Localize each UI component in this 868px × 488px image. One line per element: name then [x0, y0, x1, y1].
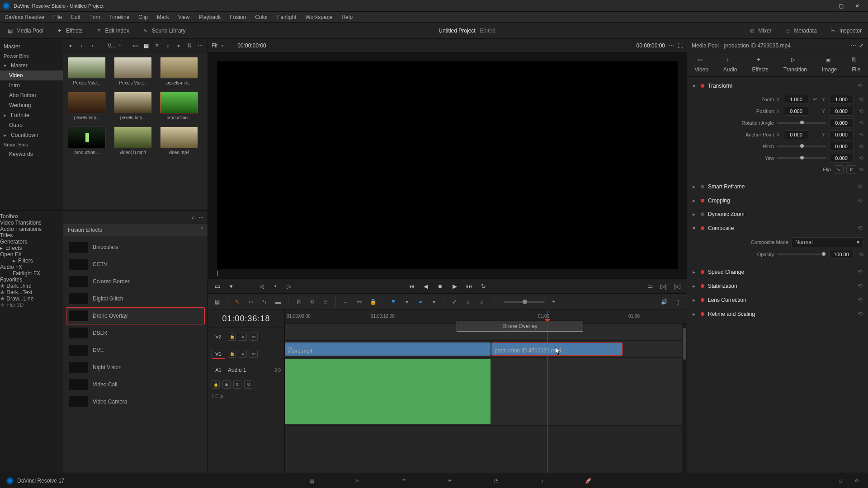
sec-composite[interactable]: ▾Composite⟲ [692, 222, 863, 234]
media-clip[interactable]: production... [68, 127, 106, 155]
in-frame-icon[interactable]: |◁ [672, 281, 682, 291]
maximize-button[interactable]: ▢ [833, 0, 849, 12]
menu-edit[interactable]: Edit [66, 12, 85, 22]
dynamic-trim-icon[interactable]: ⇆ [260, 297, 269, 306]
nav-fwd-icon[interactable]: › [89, 42, 96, 49]
sec-stab[interactable]: ▸Stabilization⟲ [692, 280, 863, 292]
fx-effects[interactable]: ▸Effects [0, 245, 63, 251]
toggle-mixer[interactable]: ⎚Mixer [745, 25, 774, 36]
viewer-expand-icon[interactable]: ⛶ [678, 42, 683, 49]
pos-x[interactable]: 0.000 [784, 107, 808, 116]
fx-openfx[interactable]: Open FX [0, 251, 63, 258]
playhead[interactable] [547, 310, 547, 473]
menu-davinci[interactable]: DaVinci Resolve [0, 12, 49, 22]
viewer-more-icon[interactable]: ⋯ [669, 42, 674, 49]
flag-icon[interactable]: ⚑ [389, 297, 398, 306]
fx-titles[interactable]: Titles [0, 232, 63, 239]
lock-icon[interactable]: 🔒 [228, 350, 236, 358]
bin-master[interactable]: Master [0, 42, 63, 52]
menu-timeline[interactable]: Timeline [104, 12, 134, 22]
arm-icon[interactable]: ◉ [222, 380, 231, 389]
drag-ghost-effect[interactable]: Drone Overlay [457, 321, 583, 332]
menu-help[interactable]: Help [337, 12, 357, 22]
clip-video[interactable]: ⚯ video.mp4 [285, 343, 491, 356]
page-cut-icon[interactable]: ✂ [353, 476, 363, 486]
fx-filters[interactable]: ▸Filters [0, 258, 63, 264]
fx-item[interactable]: Video Camera [66, 393, 205, 410]
track-head-a1[interactable]: A1 Audio 1 2.0 🔒 ◉ S M 1 Clip [208, 362, 284, 430]
sec-smart-reframe[interactable]: ▸Smart Reframe⟲ [692, 180, 863, 192]
pos-y[interactable]: 0.000 [829, 107, 854, 116]
pitch-slider[interactable] [777, 145, 826, 147]
media-clip[interactable]: pexels-mik... [160, 57, 198, 85]
page-fusion-icon[interactable]: ✦ [445, 476, 455, 486]
trim-tool-icon[interactable]: ⇿ [246, 297, 255, 306]
fit-dropdown[interactable]: Fit [212, 42, 217, 49]
itab-file[interactable]: ⎘File [849, 55, 863, 75]
reset-icon[interactable]: ⟲ [859, 96, 863, 103]
reset-icon[interactable]: ⟲ [859, 251, 863, 258]
fx-search-icon[interactable]: ⌕ [192, 214, 195, 221]
close-button[interactable]: ✕ [849, 0, 865, 12]
media-clip[interactable]: production... [160, 92, 198, 120]
page-color-icon[interactable]: ◔ [491, 476, 501, 486]
reset-icon[interactable]: ⟲ [858, 82, 863, 89]
settings-icon[interactable]: ⚙ [852, 476, 862, 486]
menu-color[interactable]: Color [250, 12, 273, 22]
timeline-view-icon[interactable]: ▤ [212, 297, 222, 306]
media-clip[interactable]: Pexels Vide... [68, 57, 106, 85]
media-clip[interactable]: pexels-tary... [114, 92, 152, 120]
page-media-icon[interactable]: ▦ [307, 476, 316, 486]
prev-edit-icon[interactable]: ◁ [257, 281, 267, 291]
mark-dot-icon[interactable]: • [270, 281, 280, 291]
anchor-y[interactable]: 0.000 [829, 130, 854, 139]
inspector-more-icon[interactable]: ⋯ [851, 42, 856, 49]
track-head-v1[interactable]: V1 🔒 ◈ ▭ [208, 345, 284, 362]
replace-icon[interactable]: ⎌ [321, 297, 330, 306]
home-icon[interactable]: ⌂ [835, 476, 845, 486]
page-deliver-icon[interactable]: 🚀 [583, 476, 593, 486]
viewer-mode-icon[interactable]: ▭ [212, 281, 222, 291]
reset-icon[interactable]: ⟲ [859, 143, 863, 150]
insert-icon[interactable]: ⎘ [294, 297, 303, 306]
fx-vt[interactable]: Video Transitions [0, 220, 63, 226]
link-icon[interactable]: ⚯ [355, 297, 364, 306]
smartbin-keywords[interactable]: Keywords [0, 149, 63, 159]
powerbin-video[interactable]: Video [0, 70, 63, 80]
toggle-effects[interactable]: ✦Effects [53, 25, 85, 36]
solo-icon[interactable]: S [233, 380, 241, 389]
powerbin-countdown[interactable]: Countdown [0, 130, 63, 140]
timeline-timecode[interactable]: 01:00:36:18 [208, 310, 284, 328]
sec-lens[interactable]: ▸Lens Correction⟲ [692, 294, 863, 306]
track-v1[interactable]: ⚯ video.mp4 production ID 4763035.mp4 [285, 341, 687, 358]
loop-icon[interactable]: ↻ [479, 281, 489, 291]
reset-icon[interactable]: ⟲ [858, 296, 863, 303]
fx-item[interactable]: Drone Overlay [66, 307, 205, 324]
menu-mark[interactable]: Mark [152, 12, 174, 22]
reset-icon[interactable]: ⟲ [859, 166, 863, 173]
toggle-media-pool[interactable]: ▤Media Pool [4, 25, 46, 36]
reset-icon[interactable]: ⟲ [859, 108, 863, 114]
itab-video[interactable]: ▭Video [692, 55, 711, 75]
sec-retime[interactable]: ▸Retime and Scaling⟲ [692, 308, 863, 320]
fav-4[interactable]: ★ Flip 3D [0, 302, 63, 308]
step-back-icon[interactable]: ◀ [421, 281, 431, 291]
toggle-inspector[interactable]: ✂Inspector [827, 25, 864, 36]
toggle-metadata[interactable]: ⌂Metadata [782, 25, 820, 36]
clip-production[interactable]: production ID 4763035.mp4 [491, 343, 623, 356]
marker-icon[interactable]: ● [416, 297, 425, 306]
flip-h[interactable]: ⇋ [834, 165, 844, 174]
out-frame-icon[interactable]: ▷| [659, 281, 669, 291]
goto-end-icon[interactable]: ⏭ [464, 281, 474, 291]
reset-icon[interactable]: ⟲ [858, 282, 863, 289]
audio-monitor-icon[interactable]: 🔊 [660, 297, 669, 306]
reset-icon[interactable]: ⟲ [859, 120, 863, 126]
zoom-custom-icon[interactable]: ⌕ [477, 297, 486, 306]
lock-icon[interactable]: 🔒 [228, 333, 236, 341]
powerbin-werbung[interactable]: Werbung [0, 100, 63, 110]
filter-icon[interactable]: ⇅ [186, 42, 193, 49]
blade-tool-icon[interactable]: ▬ [274, 297, 283, 306]
rotation-slider[interactable] [777, 122, 826, 124]
powerbin-fortnite[interactable]: Fortnite [0, 110, 63, 120]
reset-icon[interactable]: ⟲ [859, 131, 863, 138]
